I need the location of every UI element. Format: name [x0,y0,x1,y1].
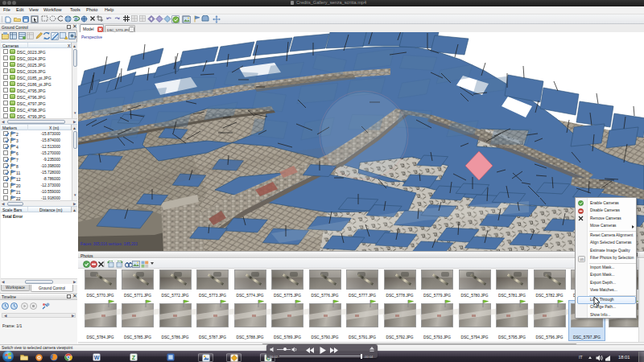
svg-text:W: W [94,355,100,360]
svg-text:Z: Z [132,355,136,360]
svg-text:.05: .05 [580,257,584,261]
